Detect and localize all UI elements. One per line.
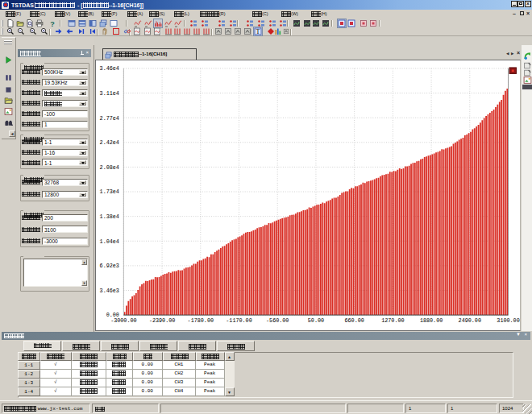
svg-text:3.46e3: 3.46e3 (100, 288, 119, 294)
svg-text:3100.00: 3100.00 (497, 317, 519, 324)
svg-text:2.77e4: 2.77e4 (100, 115, 119, 122)
svg-text:2.08e4: 2.08e4 (100, 164, 119, 171)
svg-text:3.46e4: 3.46e4 (100, 65, 119, 72)
svg-text:50.00: 50.00 (308, 317, 324, 324)
svg-text:2.42e4: 2.42e4 (100, 139, 119, 146)
svg-text:-560.00: -560.00 (266, 317, 289, 324)
svg-text:3.11e4: 3.11e4 (100, 90, 119, 97)
svg-text:1.73e4: 1.73e4 (100, 188, 119, 195)
svg-text:1.04e4: 1.04e4 (100, 238, 119, 245)
svg-text:-1780.00: -1780.00 (188, 317, 214, 324)
svg-text:1270.00: 1270.00 (381, 317, 404, 324)
svg-text:-1170.00: -1170.00 (226, 317, 251, 324)
svg-text:1880.00: 1880.00 (420, 317, 443, 324)
svg-text:660.00: 660.00 (344, 317, 364, 324)
svg-text:-3000.00: -3000.00 (110, 317, 136, 324)
svg-text:2490.00: 2490.00 (459, 317, 481, 324)
svg-text:6.92e3: 6.92e3 (100, 263, 119, 269)
svg-text:-2390.00: -2390.00 (149, 317, 175, 324)
svg-text:1.38e4: 1.38e4 (100, 213, 119, 220)
